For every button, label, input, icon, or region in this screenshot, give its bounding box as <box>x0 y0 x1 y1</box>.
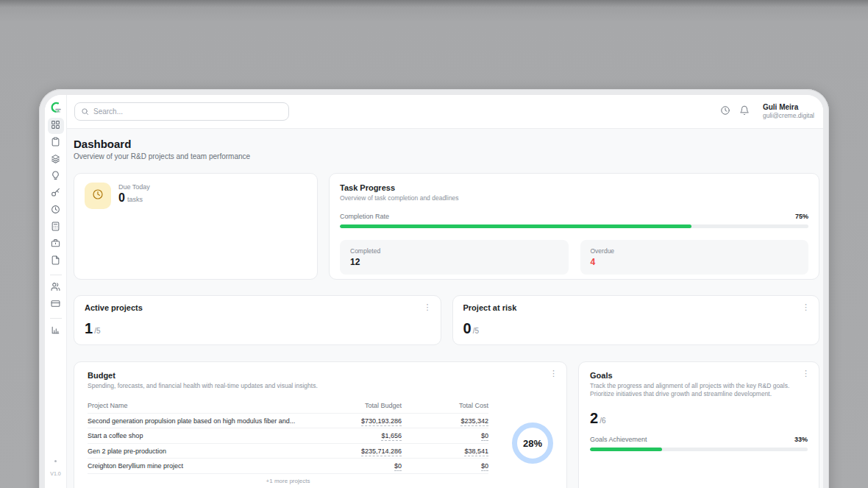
search-input[interactable]: Search... <box>74 102 289 121</box>
search-icon <box>81 105 89 119</box>
bar-chart-icon <box>51 325 60 338</box>
budget-gauge: 28% <box>512 422 553 464</box>
file-icon <box>51 255 60 268</box>
due-today-label: Due Today <box>118 183 150 191</box>
budget-table: Project Name Total Budget Total Cost Sec… <box>88 398 488 484</box>
active-projects-card: Active projects ⋮ 1 /5 <box>74 295 441 345</box>
creme-logo-icon <box>49 101 63 114</box>
sidebar: V1.0 <box>45 95 67 488</box>
budget-table-header: Project Name Total Budget Total Cost <box>88 398 488 414</box>
clipboard-icon <box>51 136 60 149</box>
table-row: Creighton Beryllium mine project $0 $0 <box>88 459 488 474</box>
app-version: V1.0 <box>50 471 60 476</box>
clock-icon <box>92 188 104 203</box>
goals-title: Goals <box>590 371 808 380</box>
grid-icon <box>51 119 60 132</box>
kebab-menu-icon[interactable]: ⋮ <box>802 303 810 311</box>
project-at-risk-value: 0 <box>463 320 472 337</box>
total-budget-value[interactable]: $1,656 <box>381 432 402 441</box>
sidebar-item-time[interactable] <box>48 202 64 219</box>
goals-value: 2 <box>590 410 598 427</box>
app-window-inner: V1.0 Search... <box>45 95 823 488</box>
project-at-risk-total: /5 <box>473 327 479 335</box>
users-icon <box>51 281 60 294</box>
page-title: Dashboard <box>74 138 819 150</box>
sidebar-item-ideas[interactable] <box>48 169 64 185</box>
total-budget-value[interactable]: $0 <box>394 462 402 471</box>
sidebar-footer: V1.0 <box>45 460 66 476</box>
layers-icon <box>51 153 60 166</box>
sidebar-item-documents[interactable] <box>48 253 64 269</box>
task-progress-title: Task Progress <box>340 183 808 192</box>
due-today-value: 0 <box>118 191 125 205</box>
more-projects-link[interactable]: +1 more projects <box>88 478 488 484</box>
completion-rate-value: 75% <box>795 213 808 220</box>
project-name: Second generation propulsion plate based… <box>88 417 306 425</box>
completed-label: Completed <box>350 247 558 255</box>
completion-progressbar-fill <box>340 224 691 228</box>
sidebar-item-dashboard[interactable] <box>48 118 64 134</box>
topbar: Search... Guli Meira guli@creme.digital <box>67 95 823 129</box>
sidebar-item-analytics[interactable] <box>48 323 64 339</box>
briefcase-icon <box>51 238 60 251</box>
overdue-label: Overdue <box>591 247 799 255</box>
budget-gauge-value: 28% <box>523 438 542 449</box>
active-projects-title: Active projects <box>85 303 430 312</box>
budget-subtitle: Spending, forecasts, and financial healt… <box>88 382 553 390</box>
main-area: Search... Guli Meira guli@creme.digital <box>67 95 823 488</box>
bell-icon <box>739 105 750 119</box>
goals-progressbar <box>590 448 808 451</box>
status-dot <box>54 460 57 462</box>
completion-rate-label: Completion Rate <box>340 213 389 220</box>
sidebar-item-tools[interactable] <box>48 185 64 202</box>
kebab-menu-icon[interactable]: ⋮ <box>424 303 432 311</box>
notifications-button[interactable] <box>735 102 754 121</box>
goals-card: Goals ⋮ Track the progress and alignment… <box>578 361 819 488</box>
due-today-card: Due Today 0 tasks <box>74 173 318 280</box>
total-cost-value[interactable]: $0 <box>481 462 488 471</box>
total-budget-value[interactable]: $730,193.286 <box>361 417 402 426</box>
sidebar-item-team[interactable] <box>48 280 64 296</box>
goals-achievement-label: Goals Achievement <box>590 436 647 443</box>
credit-card-icon <box>51 298 60 311</box>
col-total-budget: Total Budget <box>306 402 402 409</box>
sidebar-item-layers[interactable] <box>48 152 64 168</box>
total-cost-value[interactable]: $38,541 <box>464 448 488 456</box>
sidebar-divider <box>50 275 62 275</box>
kebab-menu-icon[interactable]: ⋮ <box>549 369 558 378</box>
app-window: V1.0 Search... <box>39 89 829 488</box>
search-placeholder: Search... <box>93 107 123 116</box>
sidebar-item-calculator[interactable] <box>48 219 64 236</box>
completed-stat: Completed 12 <box>340 240 569 275</box>
overdue-value: 4 <box>591 257 799 267</box>
project-at-risk-title: Project at risk <box>463 303 809 312</box>
history-button[interactable] <box>716 102 735 121</box>
col-project-name: Project Name <box>88 402 306 409</box>
task-progress-subtitle: Overview of task completion and deadline… <box>340 194 808 202</box>
col-total-cost: Total Cost <box>402 402 488 409</box>
user-email: guli@creme.digital <box>763 112 814 120</box>
completed-value: 12 <box>350 257 558 267</box>
project-name: Start a coffee shop <box>88 432 306 439</box>
sidebar-item-portfolio[interactable] <box>48 236 64 252</box>
overdue-stat: Overdue 4 <box>580 240 809 275</box>
project-at-risk-card: Project at risk ⋮ 0 /5 <box>452 295 820 345</box>
clock-icon <box>51 204 60 217</box>
completion-progressbar <box>340 224 808 228</box>
goals-total: /6 <box>600 417 605 425</box>
task-progress-card: Task Progress Overview of task completio… <box>329 173 819 280</box>
table-row: Gen 2 plate pre-production $235,714.286 … <box>88 444 488 459</box>
total-cost-value[interactable]: $0 <box>481 432 488 441</box>
total-budget-value[interactable]: $235,714.286 <box>361 448 402 456</box>
budget-card: Budget ⋮ Spending, forecasts, and financ… <box>74 361 567 488</box>
active-projects-value: 1 <box>85 320 93 337</box>
user-menu[interactable]: Guli Meira guli@creme.digital <box>763 103 814 120</box>
kebab-menu-icon[interactable]: ⋮ <box>802 369 810 378</box>
sidebar-item-billing[interactable] <box>48 297 64 313</box>
sidebar-item-tasks[interactable] <box>48 135 64 151</box>
total-cost-value[interactable]: $235,342 <box>460 417 488 426</box>
key-icon <box>51 187 60 200</box>
goals-progressbar-fill <box>590 448 662 451</box>
active-projects-total: /5 <box>94 327 100 335</box>
page-subtitle: Overview of your R&D projects and team p… <box>74 152 819 160</box>
